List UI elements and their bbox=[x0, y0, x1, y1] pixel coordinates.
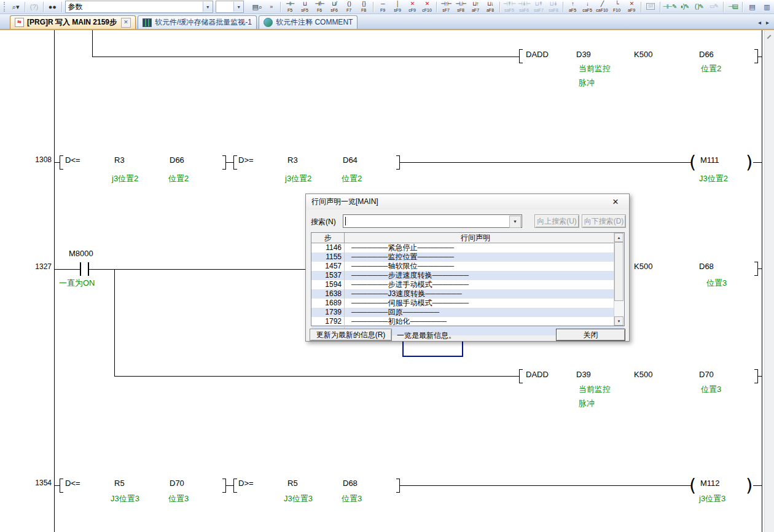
device-comment: 位置2 bbox=[342, 173, 362, 184]
statement-row[interactable]: 1146───────紧急停止─────── bbox=[311, 243, 624, 252]
refresh-button[interactable]: 更新为最新的信息(R) bbox=[310, 329, 392, 341]
ladder-tool-F6[interactable]: ⊣/⊢F6 bbox=[312, 1, 327, 14]
toolbar-grip[interactable] bbox=[4, 2, 7, 12]
ladder-tool-⊣⊢✎[interactable]: ⊣⊢✎ bbox=[662, 1, 677, 14]
ladder-tool-saF5: ⊣↟⊢saF5 bbox=[502, 1, 517, 14]
device-label: D<= bbox=[65, 479, 80, 488]
vertical-scrollbar[interactable] bbox=[764, 30, 774, 532]
statement-step: 1594 bbox=[311, 280, 345, 289]
ladder-tool-cF10[interactable]: ✕cF10 bbox=[420, 1, 434, 14]
device-search-icon[interactable]: ⌕▾ bbox=[9, 1, 23, 14]
ladder-tool-symbol: ⊣⊢ bbox=[286, 1, 294, 7]
ladder-tool-symbol: ↓ bbox=[586, 1, 588, 7]
toolbar-separator bbox=[660, 2, 660, 12]
close-button[interactable]: 关闭 bbox=[556, 329, 625, 341]
secondary-combobox[interactable]: ▼ bbox=[216, 1, 244, 13]
ladder-tool-F8[interactable]: { }F8 bbox=[356, 1, 371, 14]
ladder-tool-key-label: saF6 bbox=[519, 8, 529, 12]
search-up-button: 向上搜索(U) bbox=[534, 214, 579, 228]
device-comment: 位置3 bbox=[701, 384, 721, 395]
wire bbox=[400, 485, 691, 486]
main-toolbar: ⌕▾ (?) ●● 参数 ▼ ▼ ▤⌕ » ⊣⊢F5⊔sF5⊣/⊢F6⊔/sF6… bbox=[0, 0, 774, 14]
statement-row[interactable]: 1457───────轴软限位─────── bbox=[311, 262, 624, 271]
toolbar-overflow-icon[interactable]: » bbox=[264, 1, 278, 14]
statement-text: ───────监控位置─────── bbox=[345, 252, 609, 262]
device-label: K500 bbox=[634, 50, 652, 59]
device-comment: 一直为ON bbox=[59, 278, 95, 289]
ladder-tool-aF7[interactable]: ⊔↑aF7 bbox=[468, 1, 483, 14]
device-label: D68 bbox=[343, 479, 358, 488]
device-label: R3 bbox=[114, 155, 125, 165]
statement-list-dialog: 行间声明一览[MAIN] ✕ 搜索(N) ▼ 向上搜索(U) 向下搜索(D) 步… bbox=[305, 194, 630, 342]
ladder-tool-⊣▤[interactable]: ⊣▤ bbox=[725, 1, 740, 14]
program-icon: ⇆ bbox=[15, 18, 24, 27]
ladder-tool-symbol: │ bbox=[396, 1, 399, 7]
tab-main-program[interactable]: ⇆ [PRG]R 写入 MAIN 2159步 ✕ bbox=[10, 15, 136, 29]
find-icon[interactable]: ●● bbox=[45, 1, 60, 14]
ladder-tool-key-label: F9 bbox=[380, 8, 385, 12]
chevron-down-icon[interactable]: ▼ bbox=[233, 2, 243, 12]
statement-row[interactable]: 1155───────监控位置─────── bbox=[311, 252, 624, 262]
scroll-up-icon[interactable]: ▲ bbox=[614, 233, 624, 242]
ladder-tool-caF5[interactable]: ↓caF5 bbox=[580, 1, 595, 14]
ladder-tool-sF6[interactable]: ⊔/sF6 bbox=[327, 1, 342, 14]
statement-text: ───────初始化─────── bbox=[345, 317, 609, 326]
ladder-tool-sF8[interactable]: ⊣↓⊢sF8 bbox=[453, 1, 468, 14]
statement-row[interactable]: 1739───────回原─────── bbox=[311, 308, 624, 317]
close-icon[interactable]: ✕ bbox=[121, 18, 131, 28]
device-label: M111 bbox=[700, 155, 719, 165]
statement-row[interactable]: 1594───────步进手动模式─────── bbox=[311, 280, 624, 289]
ladder-tool-F5[interactable]: ⊣⊢F5 bbox=[283, 1, 297, 14]
scroll-down-icon[interactable]: ▼ bbox=[614, 316, 624, 326]
device-label: DADD bbox=[526, 50, 549, 59]
ladder-tool-caF10[interactable]: ╱caF10 bbox=[595, 1, 609, 14]
ladder-tool-aF9[interactable]: ✕aF9 bbox=[624, 1, 639, 14]
tab-scroll-left-icon[interactable]: ◂ bbox=[756, 19, 764, 26]
wire bbox=[758, 376, 762, 377]
ladder-tool-F7[interactable]: ( )F7 bbox=[342, 1, 356, 14]
ladder-tool-sF9[interactable]: │sF9 bbox=[390, 1, 405, 14]
tab-device-batch-monitor[interactable]: 软元件/缓冲存储器批量监视-1 bbox=[138, 15, 257, 29]
scrollbar-thumb[interactable] bbox=[614, 242, 624, 301]
ladder-tool-symbol: ⊣↟⊢ bbox=[503, 1, 515, 7]
chevron-down-icon[interactable]: ▼ bbox=[509, 216, 521, 228]
search-input[interactable]: ▼ bbox=[343, 214, 522, 228]
ladder-tool-key-label: aF5 bbox=[569, 8, 576, 12]
print-preview-icon[interactable]: ▤⌕ bbox=[250, 1, 264, 14]
ladder-tool-sF7[interactable]: ⊣↑⊢sF7 bbox=[439, 1, 453, 14]
device-comment: 脉冲 bbox=[579, 398, 595, 409]
left-power-rail bbox=[54, 30, 55, 532]
ladder-tool-F9[interactable]: ─F9 bbox=[375, 1, 390, 14]
device-comment: J3位置2 bbox=[699, 173, 728, 184]
ladder-tool-symbol: ( ) bbox=[347, 1, 351, 7]
ladder-tool-◖)✎[interactable]: ◖)✎ bbox=[677, 1, 692, 14]
ladder-tool-▥[interactable]: ▥ bbox=[759, 1, 774, 14]
ladder-tool-F10[interactable]: └F10 bbox=[609, 1, 624, 14]
column-statement: 行间声明 bbox=[345, 233, 606, 243]
device-label: D<= bbox=[65, 155, 80, 165]
ladder-tool-aF8[interactable]: ⊔↓aF8 bbox=[483, 1, 498, 14]
statement-row[interactable]: 1638───────J3速度转换─────── bbox=[311, 289, 624, 299]
statement-row[interactable]: 1689───────伺服手动模式─────── bbox=[311, 299, 624, 308]
ladder-tool-symbol: ✕ bbox=[630, 1, 634, 7]
close-icon[interactable]: ✕ bbox=[608, 197, 624, 206]
ladder-tool-key-label: F10 bbox=[613, 8, 620, 12]
ladder-tool-symbol: { } bbox=[362, 1, 366, 7]
coil-close-paren: ) bbox=[746, 152, 753, 172]
list-scrollbar[interactable]: ▲ ▼ bbox=[614, 233, 624, 326]
ladder-tool-cF9[interactable]: ✕cF9 bbox=[405, 1, 420, 14]
statement-row[interactable]: 1792───────初始化─────── bbox=[311, 317, 624, 326]
chevron-down-icon[interactable]: ▼ bbox=[203, 2, 213, 12]
parameter-combobox[interactable]: 参数 ▼ bbox=[65, 1, 213, 13]
ladder-tool-( )✎[interactable]: ( )✎ bbox=[692, 1, 706, 14]
ladder-tool-key-label: sF7 bbox=[442, 8, 450, 12]
tab-device-comment[interactable]: 软元件注释 COMMENT bbox=[259, 15, 358, 29]
tab-scroll-right-icon[interactable]: ▸ bbox=[764, 19, 772, 26]
ladder-tool-sF5[interactable]: ⊔sF5 bbox=[297, 1, 312, 14]
ladder-tool-aF5[interactable]: ↑aF5 bbox=[565, 1, 580, 14]
ladder-tool-▤[interactable]: ▤ bbox=[745, 1, 759, 14]
dialog-titlebar[interactable]: 行间声明一览[MAIN] ✕ bbox=[306, 194, 629, 209]
wire bbox=[92, 57, 519, 57]
statement-row[interactable]: 1537───────步进速度转换─────── bbox=[311, 271, 624, 280]
device-comment: 脉冲 bbox=[579, 77, 595, 88]
